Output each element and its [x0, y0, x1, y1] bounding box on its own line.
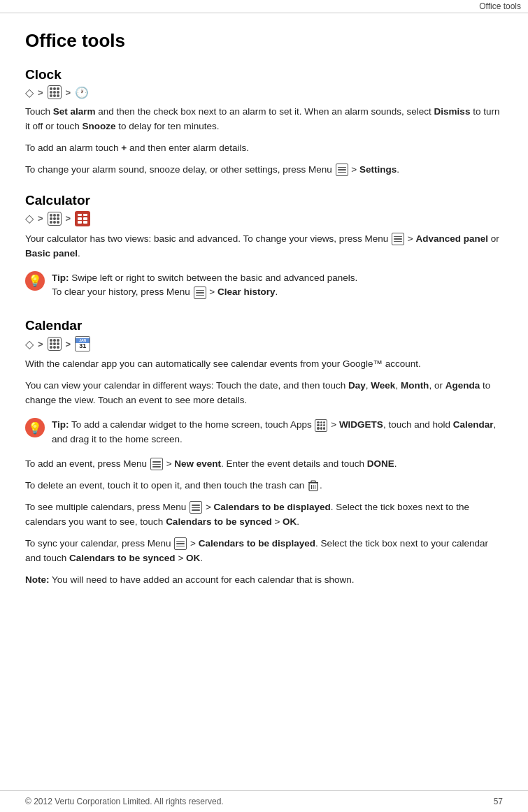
arrow1: > — [38, 87, 43, 98]
ok-text2: OK — [186, 553, 200, 563]
calculator-tip-box: 💡 Tip: Swipe left or right to switch bet… — [25, 268, 503, 303]
home-icon-cal: ◇ — [25, 338, 34, 351]
calendar-note: Note: You will need to have added an acc… — [25, 573, 503, 588]
set-alarm-text: Set alarm — [53, 106, 96, 117]
clock-para3: To change your alarm sound, snooze delay… — [25, 163, 503, 177]
calendar-tip-box: 💡 Tip: To add a calendar widget to the h… — [25, 415, 503, 450]
apps-dot4 — [317, 424, 319, 426]
calendars-displayed-text1: Calendars to be displayed — [214, 502, 331, 512]
clock-para1: Touch Set alarm and then the check box n… — [25, 105, 503, 134]
main-content: Office tools Clock ◇ > > 🕐 — [0, 13, 528, 636]
menu-lines-clock — [336, 166, 348, 175]
menu-icon-calc — [392, 233, 404, 245]
calendars-displayed-text2: Calendars to be displayed — [199, 538, 315, 549]
menu-line-cal1b — [152, 464, 161, 465]
tip-label-calc: Tip: — [52, 273, 69, 283]
clear-history-text: Clear history — [217, 287, 276, 297]
arrow-calc1: > — [38, 213, 43, 224]
menu-line1 — [338, 167, 346, 168]
week-text: Week — [371, 380, 395, 391]
cal-day-number: 31 — [79, 343, 86, 349]
menu-line-cal3b — [176, 543, 185, 544]
arrow-calc2: > — [66, 213, 71, 224]
advanced-panel-text: Advanced panel — [415, 233, 488, 244]
day-text: Day — [348, 380, 366, 391]
calendars-synced-text2: Calendars to be synced — [69, 553, 176, 563]
menu-lines-calc — [392, 235, 404, 244]
dismiss-text: Dismiss — [434, 106, 471, 117]
menu-line3 — [338, 172, 346, 173]
calc-cell-3 — [78, 217, 82, 220]
calculator-icon-row: ◇ > > — [25, 211, 503, 226]
menu-line-cal3c — [176, 546, 185, 547]
clock-para2: To add an alarm touch + and then enter a… — [25, 141, 503, 156]
apps-icon-cal-tip — [315, 419, 327, 432]
menu-line-cal1a — [152, 461, 161, 463]
calculator-para1: Your calculator has two views: basic and… — [25, 232, 503, 261]
arrow-cal2: > — [66, 339, 71, 349]
calendar-para6: To sync your calendar, press Menu > Cale… — [25, 537, 503, 566]
arrow2: > — [66, 87, 71, 98]
apps-dot1 — [317, 421, 319, 423]
calculator-app-icon — [75, 211, 90, 226]
apps-dot8 — [320, 427, 322, 429]
home-icon-calc: ◇ — [25, 212, 34, 225]
calendar-bold-text: Calendar — [453, 419, 494, 430]
menu-lines-cal2 — [190, 503, 201, 512]
arrow-cal1: > — [38, 339, 43, 349]
basic-panel-text: Basic panel — [25, 248, 78, 259]
apps-dot3 — [323, 421, 325, 423]
menu-line2 — [338, 169, 346, 171]
clock-section: Clock ◇ > > 🕐 Touch Set alarm and then — [25, 67, 503, 177]
menu-lines-cal3 — [175, 539, 186, 549]
menu-line-calc1 — [394, 236, 402, 238]
menu-line-cal3a — [176, 541, 185, 542]
menu-line-ct1 — [196, 290, 204, 291]
widgets-text: WIDGETS — [339, 419, 383, 430]
svg-rect-2 — [311, 481, 315, 483]
apps-grid-icon-calc — [48, 212, 62, 226]
calendar-icon-row: ◇ > > JAN 31 — [25, 336, 503, 351]
footer-copyright: © 2012 Vertu Corporation Limited. All ri… — [25, 797, 224, 806]
calendar-heading: Calendar — [25, 318, 503, 333]
apps-dot9 — [323, 427, 325, 429]
footer-page-number: 57 — [494, 797, 503, 806]
calc-cell-5 — [78, 221, 82, 224]
calendar-para3: To add an event, press Menu > New event.… — [25, 457, 503, 472]
footer: © 2012 Vertu Corporation Limited. All ri… — [0, 790, 528, 812]
calendar-section: Calendar ◇ > > JAN 31 With th — [25, 318, 503, 587]
ok-text1: OK — [283, 516, 297, 527]
tip-icon-calc: 💡 — [25, 271, 45, 291]
page-title: Office tools — [25, 30, 503, 52]
calc-tip-line2: To clear your history, press Menu > Clea… — [52, 287, 278, 297]
apps-dot5 — [320, 424, 322, 426]
note-label: Note: — [25, 574, 50, 585]
menu-icon-cal2 — [190, 501, 202, 514]
calendar-para2: You can view your calendar in different … — [25, 379, 503, 408]
apps-dot7 — [317, 427, 319, 429]
menu-line-cal1c — [152, 466, 161, 467]
menu-lines-calc-tip — [194, 289, 206, 298]
calc-cell-4 — [83, 217, 87, 220]
done-text: DONE — [367, 458, 394, 469]
menu-line-cal2c — [192, 509, 200, 511]
clock-heading: Clock — [25, 67, 503, 82]
trash-icon — [308, 479, 319, 492]
calc-icon-grid — [78, 214, 87, 224]
menu-line-cal2a — [192, 505, 200, 506]
calendar-para1: With the calendar app you can automatica… — [25, 357, 503, 372]
menu-line-cal2b — [192, 507, 200, 509]
apps-grid-icon-cal — [48, 337, 62, 351]
calendar-tip-content: Tip: To add a calendar widget to the hom… — [52, 418, 503, 447]
calculator-heading: Calculator — [25, 193, 503, 208]
agenda-text: Agenda — [445, 380, 480, 391]
menu-icon-cal3 — [174, 537, 187, 550]
apps-grid-icon — [48, 85, 62, 99]
menu-icon-cal1 — [150, 458, 163, 470]
calendars-synced-text1: Calendars to be synced — [166, 516, 272, 527]
tip-icon-cal: 💡 — [25, 418, 45, 437]
menu-line-calc3 — [394, 241, 402, 242]
calc-cell-1 — [78, 214, 82, 217]
menu-line-calc2 — [394, 238, 402, 240]
clock-icon: 🕐 — [75, 86, 89, 99]
